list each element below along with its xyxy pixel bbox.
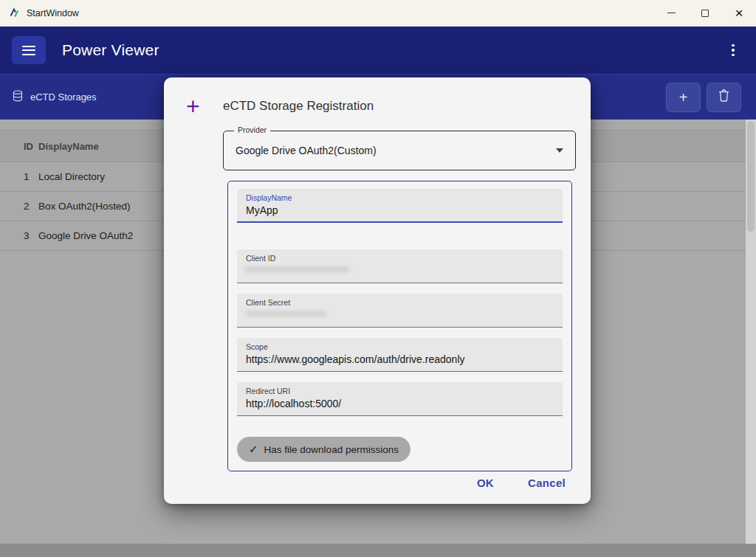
download-permissions-toggle[interactable]: ✓ Has file download permissions	[237, 437, 410, 462]
chip-label: Has file download permissions	[264, 444, 399, 455]
storage-registration-dialog: + eCTD Storage Registration Provider Goo…	[164, 77, 591, 504]
window-controls: ×	[654, 0, 756, 26]
cancel-button[interactable]: Cancel	[528, 477, 566, 489]
toolbar-title: eCTD Storages	[30, 91, 97, 103]
field-label: Client Secret	[246, 298, 554, 307]
client-secret-field[interactable]: Client Secret •••••••••••••••••••••	[237, 294, 563, 328]
database-icon	[12, 90, 24, 105]
maximize-icon	[701, 10, 709, 17]
client-id-field[interactable]: Client ID •••••••••••••••••••••••••••	[237, 249, 563, 283]
ok-button[interactable]: OK	[477, 477, 494, 489]
field-label: Redirect URI	[246, 387, 554, 395]
dialog-title: eCTD Storage Registration	[223, 99, 374, 114]
field-value: https://www.googleapis.com/auth/drive.re…	[246, 353, 554, 365]
maximize-button[interactable]	[688, 0, 722, 26]
window-title: StartWindow	[27, 8, 79, 18]
provider-value: Google Drive OAuth2(Custom)	[236, 145, 377, 156]
field-value: •••••••••••••••••••••	[246, 309, 554, 319]
field-value: MyApp	[246, 204, 554, 216]
scope-field[interactable]: Scope https://www.googleapis.com/auth/dr…	[237, 338, 563, 372]
dialog-actions: OK Cancel	[477, 477, 566, 489]
field-value: http://localhost:5000/	[246, 398, 554, 409]
displayname-field[interactable]: DisplayName MyApp	[237, 189, 563, 223]
check-icon: ✓	[249, 443, 258, 456]
column-header-id: ID	[0, 141, 38, 152]
minimize-button[interactable]	[654, 0, 688, 26]
delete-storage-button[interactable]	[707, 83, 741, 112]
field-label: DisplayName	[246, 193, 554, 202]
cell-id: 3	[0, 230, 38, 241]
app-header: Power Viewer	[0, 27, 756, 74]
provider-select[interactable]: Provider Google Drive OAuth2(Custom)	[223, 131, 576, 170]
field-label: Scope	[246, 342, 554, 351]
scrollbar-thumb[interactable]	[747, 121, 755, 232]
horizontal-scrollbar-track[interactable]	[0, 544, 756, 557]
cell-id: 1	[0, 171, 38, 182]
add-storage-button[interactable]: +	[666, 83, 701, 112]
add-icon: +	[186, 97, 204, 116]
oauth-settings-group: DisplayName MyApp Client ID ••••••••••••…	[227, 181, 572, 471]
minimize-icon	[667, 13, 676, 13]
field-label: Client ID	[246, 254, 554, 263]
provider-label: Provider	[234, 125, 270, 134]
app-icon	[9, 7, 21, 19]
window-titlebar: StartWindow ×	[0, 0, 756, 27]
kebab-icon	[732, 44, 735, 47]
trash-icon	[718, 89, 729, 105]
chevron-down-icon	[556, 148, 563, 153]
field-value: •••••••••••••••••••••••••••	[246, 265, 554, 275]
page-title: Power Viewer	[62, 41, 159, 59]
menu-button[interactable]	[12, 36, 46, 64]
close-icon: ×	[735, 6, 743, 20]
vertical-scrollbar[interactable]	[746, 120, 756, 544]
plus-icon: +	[679, 90, 688, 105]
redirect-uri-field[interactable]: Redirect URI http://localhost:5000/	[237, 382, 563, 416]
close-button[interactable]: ×	[722, 0, 756, 26]
hamburger-icon	[22, 46, 35, 47]
overflow-menu-button[interactable]	[724, 39, 743, 61]
cell-id: 2	[0, 201, 38, 212]
toolbar-actions: +	[666, 83, 741, 112]
dialog-header: + eCTD Storage Registration	[164, 77, 591, 120]
